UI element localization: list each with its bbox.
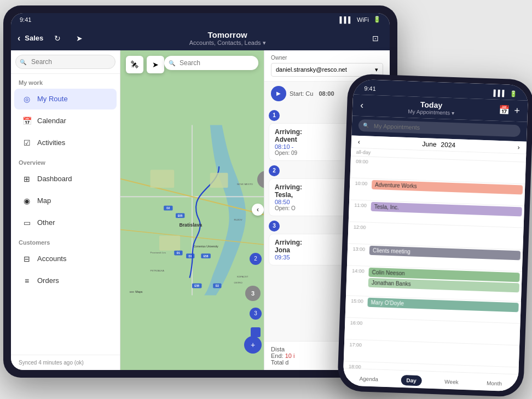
phone-calendar-icon[interactable]: 📅 (499, 104, 510, 116)
section-overview-label: Overview (11, 154, 120, 168)
sidebar-item-label: Activities (37, 138, 65, 147)
time-label-10: 10:00 (349, 178, 369, 200)
panel-toggle-button[interactable]: ‹ (252, 204, 264, 216)
map-area: D2 E65 D1 D1 E58 D2 E58 (120, 50, 264, 370)
tablet-nav-bar: ‹ Sales ↻ ➤ Tomorrow Accounts, Contacts,… (11, 26, 390, 50)
back-icon[interactable]: ‹ (18, 33, 20, 43)
start-time: 08:00 (319, 90, 334, 97)
time-label-14: 14:00 (346, 265, 367, 296)
map-search-input[interactable] (180, 59, 252, 67)
svg-text:D2: D2 (216, 285, 219, 287)
sidebar-item-label: Orders (37, 276, 59, 285)
month-display: June 2024 (422, 140, 455, 149)
sidebar-item-my-route[interactable]: ◎ My Route (14, 89, 117, 109)
map-search-area (164, 56, 258, 70)
prev-month-button[interactable]: ‹ (358, 137, 360, 145)
tab-week[interactable]: Week (439, 376, 464, 388)
sidebar-item-label: Map (37, 196, 51, 205)
refresh-icon[interactable]: ↻ (50, 31, 65, 46)
owner-email: daniel.stransky@resco.net (276, 66, 347, 73)
dashboard-icon: ⊞ (22, 174, 32, 184)
phone-nav-actions: 📅 + (499, 104, 520, 116)
sidebar-search-input[interactable] (15, 55, 115, 69)
svg-text:KOPACST: KOPACST (237, 275, 248, 277)
scene: 9:41 ▌▌▌ WiFi 🔋 ‹ Sales ↻ ➤ Tomorrow Acc… (3, 5, 529, 394)
tablet-body: My work ◎ My Route 📅 Calendar ☑ Activiti… (11, 50, 390, 370)
sync-status: Synced 4 minutes ago (ok) (11, 355, 120, 370)
phone-search-input[interactable] (358, 119, 521, 136)
navigate-icon[interactable]: ➤ (72, 31, 87, 46)
svg-text:PETRZALKA: PETRZALKA (151, 269, 165, 271)
tab-month[interactable]: Month (481, 378, 507, 389)
activities-icon: ☑ (22, 138, 32, 148)
badge-1: 1 (269, 110, 280, 121)
sidebar-item-label: Calendar (37, 117, 66, 125)
owner-label: Owner (271, 55, 383, 61)
nav-sub-title[interactable]: Accounts, Contacts, Leads ▾ (94, 39, 361, 47)
sidebar-item-orders[interactable]: ≡ Orders (14, 270, 117, 291)
all-day-label: all-day (353, 149, 373, 155)
phone: 9:41 ▌▌▌ 🔋 ‹ Today My Appointments ▾ 📅 + (337, 73, 532, 397)
play-button[interactable]: ▶ (271, 86, 286, 101)
satellite-toggle-button[interactable]: 🛰 (126, 56, 143, 73)
orders-icon: ≡ (22, 276, 32, 286)
svg-text:E65: E65 (178, 215, 183, 217)
svg-rect-29 (159, 235, 180, 250)
time-label-11: 11:00 (349, 200, 369, 222)
time-label-13: 13:00 (347, 244, 367, 265)
map-pin-small-2 (251, 327, 261, 337)
other-icon: ▭ (22, 218, 32, 228)
tablet-time: 9:41 (20, 16, 31, 23)
svg-text:RUZOV: RUZOV (234, 218, 242, 221)
tablet-signal-icon: ▌▌▌ (340, 16, 352, 23)
sidebar-item-dashboard[interactable]: ⊞ Dashboard (14, 169, 117, 189)
svg-rect-28 (210, 172, 228, 187)
sidebar-item-map[interactable]: ◉ Map (14, 190, 117, 211)
map-icon: ◉ (22, 196, 32, 206)
action-button[interactable]: + (244, 336, 262, 354)
phone-calendar-body: all-day 09:00 10:00 Adventure Works 11:0… (343, 148, 526, 374)
svg-text:NOVE MESTO: NOVE MESTO (237, 182, 253, 185)
time-label-17: 17:00 (344, 339, 364, 361)
tab-agenda[interactable]: Agenda (354, 373, 384, 384)
time-events-14: Colin Neeson Jonathan Banks (366, 266, 522, 301)
sidebar-item-other[interactable]: ▭ Other (14, 212, 117, 233)
section-customers-label: Customers (11, 234, 120, 248)
sidebar-search-area (11, 50, 120, 74)
sidebar-item-accounts[interactable]: ⊟ Accounts (14, 248, 117, 269)
save-icon[interactable]: ⊡ (368, 31, 383, 46)
svg-text:D1: D1 (177, 252, 181, 255)
section-my-work-label: My work (11, 74, 120, 88)
svg-text:Pecniansk Les: Pecniansk Les (151, 251, 166, 254)
dropdown-chevron-icon: ▾ (375, 66, 378, 73)
sidebar-item-activities[interactable]: ☑ Activities (14, 132, 117, 153)
next-month-button[interactable]: › (517, 143, 519, 151)
map-search-wrapper (164, 56, 258, 70)
sidebar-item-label: Other (37, 218, 55, 227)
route-marker-3: 3 (245, 286, 261, 301)
tablet-status-bar: 9:41 ▌▌▌ WiFi 🔋 (11, 13, 390, 26)
sidebar-item-label: Dashboard (37, 175, 72, 183)
phone-add-icon[interactable]: + (514, 105, 520, 116)
tab-day[interactable]: Day (401, 374, 422, 385)
svg-text:E58: E58 (204, 255, 209, 257)
svg-text:D2: D2 (166, 207, 170, 210)
time-label-12: 12:00 (348, 222, 368, 244)
map-background: D2 E65 D1 D1 E58 D2 E58 (120, 50, 264, 370)
year-label: 2024 (441, 141, 455, 149)
location-button[interactable]: ➤ (147, 56, 164, 73)
sidebar-item-label: Accounts (37, 255, 66, 263)
svg-text:Bratislava: Bratislava (179, 222, 202, 228)
svg-rect-27 (151, 170, 175, 188)
sidebar: My work ◎ My Route 📅 Calendar ☑ Activiti… (11, 50, 120, 370)
svg-text:E58: E58 (194, 285, 199, 287)
svg-text:Maps: Maps (135, 290, 143, 293)
tablet-nav-left: ‹ Sales (18, 33, 43, 43)
start-label: Start: Cu (290, 90, 313, 97)
sidebar-item-calendar[interactable]: 📅 Calendar (14, 111, 117, 131)
tablet-screen: 9:41 ▌▌▌ WiFi 🔋 ‹ Sales ↻ ➤ Tomorrow Acc… (11, 13, 390, 370)
month-label: June (422, 140, 437, 148)
tablet-battery-icon: 🔋 (373, 16, 381, 23)
tablet-nav-title: Tomorrow Accounts, Contacts, Leads ▾ (94, 30, 361, 47)
chip-2: 2 (250, 253, 262, 265)
